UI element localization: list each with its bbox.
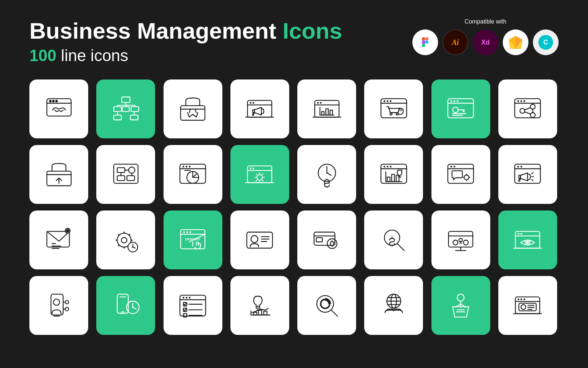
svg-point-80: [129, 167, 135, 173]
icon-card-credit-card: [297, 210, 356, 269]
icon-card-mail-message: [29, 210, 88, 269]
icon-card-web-megaphone: [498, 145, 557, 204]
svg-point-51: [390, 100, 391, 102]
svg-point-155: [251, 236, 258, 243]
svg-line-130: [532, 173, 533, 174]
svg-point-183: [527, 241, 529, 244]
icon-card-flowchart: [96, 145, 155, 204]
icon-card-mobile-clock: [96, 276, 155, 335]
icon-card-lightbulb-chart: [230, 276, 289, 335]
svg-point-14: [53, 100, 54, 102]
svg-point-200: [183, 297, 184, 298]
svg-point-187: [65, 300, 68, 304]
svg-point-91: [189, 166, 191, 167]
svg-point-104: [326, 172, 327, 174]
icon-card-store-basket: [164, 79, 222, 138]
svg-point-109: [383, 166, 385, 167]
svg-line-132: [532, 179, 533, 181]
svg-point-238: [521, 304, 526, 309]
svg-rect-81: [117, 176, 125, 180]
svg-rect-25: [114, 115, 121, 120]
icon-card-gear-clock: [96, 210, 155, 269]
svg-point-149: [186, 231, 188, 233]
svg-point-67: [517, 100, 519, 102]
icon-card-web-gear-chat: [431, 145, 490, 204]
svg-point-126: [517, 166, 519, 167]
svg-point-58: [457, 100, 459, 102]
compatible-label: Compatible with: [412, 18, 559, 25]
svg-point-100: [257, 174, 262, 180]
svg-point-49: [383, 100, 385, 102]
svg-line-166: [398, 244, 404, 251]
svg-rect-45: [326, 109, 328, 115]
icon-card-checklist: [164, 276, 222, 335]
icon-card-presentation-dollar: $: [431, 210, 490, 269]
icon-card-handshake-web: [29, 79, 88, 138]
svg-point-72: [530, 113, 535, 117]
svg-rect-46: [330, 110, 333, 115]
header: Business Management Icons 100 line icons…: [29, 18, 559, 65]
svg-point-174: [463, 240, 468, 245]
svg-rect-29: [180, 106, 205, 120]
svg-line-103: [327, 173, 331, 175]
svg-point-13: [49, 100, 51, 102]
icon-card-web-cart-hand: [364, 79, 423, 138]
svg-text:C: C: [544, 39, 548, 46]
svg-point-197: [132, 307, 133, 308]
svg-point-41: [320, 102, 322, 104]
svg-rect-216: [264, 311, 267, 315]
svg-rect-19: [131, 107, 139, 112]
svg-rect-82: [127, 176, 135, 180]
svg-line-218: [331, 310, 337, 316]
figma-badge: [412, 29, 438, 55]
svg-line-73: [525, 107, 530, 110]
icon-card-web-key-list: [431, 79, 490, 138]
svg-text:$: $: [460, 241, 462, 245]
icon-card-mobile-user: [29, 276, 88, 335]
icon-card-clock-dollar: [297, 145, 356, 204]
svg-line-74: [525, 112, 530, 114]
svg-point-185: [53, 299, 60, 305]
svg-rect-17: [114, 107, 121, 112]
svg-point-145: [132, 246, 133, 248]
icon-card-laptop-gear: [230, 145, 289, 204]
svg-rect-44: [322, 112, 324, 115]
icon-card-search-pie: [297, 276, 356, 335]
icon-card-laptop-megaphone: [230, 79, 289, 138]
icon-card-sitemap: [96, 79, 155, 138]
svg-point-71: [530, 104, 535, 109]
svg-rect-116: [396, 175, 399, 181]
svg-point-188: [65, 307, 68, 311]
compatible-block: Compatible with Ai: [412, 18, 559, 55]
svg-point-90: [186, 166, 187, 167]
svg-point-173: [453, 240, 458, 245]
sketch-badge: [503, 29, 528, 55]
svg-point-193: [122, 311, 124, 314]
icon-card-web-piechart: [164, 145, 222, 204]
svg-point-180: [518, 233, 520, 235]
svg-point-127: [520, 166, 522, 167]
svg-point-4: [425, 40, 429, 44]
icon-card-globe-hands: [364, 276, 423, 335]
svg-point-68: [520, 100, 522, 102]
xd-badge: Xd: [473, 29, 498, 55]
svg-rect-1: [425, 37, 429, 40]
main-title: Business Management Icons: [29, 18, 342, 43]
svg-point-99: [252, 167, 254, 169]
svg-point-69: [524, 100, 526, 102]
svg-point-201: [186, 297, 187, 298]
svg-point-56: [451, 100, 452, 102]
canva-badge: C: [533, 29, 559, 55]
icon-card-deposit: DEPOSIT: [164, 210, 222, 269]
svg-point-98: [250, 167, 252, 169]
svg-point-235: [520, 298, 522, 300]
ai-badge: Ai: [442, 29, 468, 55]
svg-point-89: [183, 166, 184, 167]
icon-card-laptop-chart: [297, 79, 356, 138]
svg-rect-214: [254, 312, 257, 315]
svg-point-40: [317, 102, 319, 104]
svg-rect-2: [422, 40, 425, 44]
svg-rect-26: [130, 115, 138, 120]
svg-point-59: [453, 107, 458, 113]
page: Business Management Icons 100 line icons…: [0, 0, 588, 368]
